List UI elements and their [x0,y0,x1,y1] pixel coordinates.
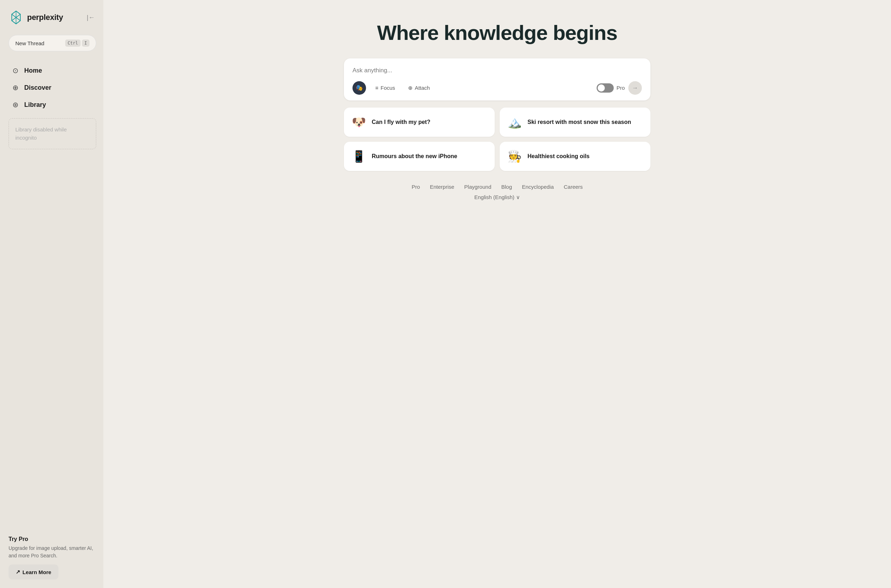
attach-button[interactable]: ⊕ Attach [404,82,434,93]
search-toolbar: 🎭 ≡ Focus ⊕ Attach Pro [353,81,642,95]
pro-toggle-label: Pro [617,85,625,91]
learn-more-arrow-icon: ↗ [16,569,20,575]
logo-text: perplexity [27,13,63,22]
logo-icon [9,10,24,25]
submit-arrow-icon: → [632,84,638,92]
sidebar-item-discover[interactable]: ⊕ Discover [9,80,96,96]
footer-link-encyclopedia[interactable]: Encyclopedia [522,184,554,190]
footer-link-blog[interactable]: Blog [501,184,512,190]
new-thread-button[interactable]: New Thread Ctrl I [9,35,96,51]
sidebar-item-home-label: Home [24,67,42,74]
new-thread-shortcut: Ctrl I [65,39,89,46]
new-thread-label: New Thread [15,40,44,46]
suggestion-card-ski[interactable]: 🏔️ Ski resort with most snow this season [500,108,651,137]
discover-icon: ⊕ [11,83,19,92]
ski-card-text: Ski resort with most snow this season [527,118,631,126]
suggestion-card-iphone[interactable]: 📱 Rumours about the new iPhone [344,142,495,171]
focus-button[interactable]: ≡ Focus [372,82,399,93]
sidebar-item-home[interactable]: ⊙ Home [9,63,96,78]
sidebar-item-library-label: Library [24,101,46,109]
pet-emoji: 🐶 [352,116,366,129]
language-selector[interactable]: English (English) ∨ [474,194,520,201]
attach-label: Attach [415,85,430,91]
oils-card-text: Healthiest cooking oils [527,152,589,160]
shortcut-ctrl: Ctrl [65,39,81,46]
library-icon: ⊛ [11,100,19,109]
attach-icon: ⊕ [408,85,413,91]
footer-link-careers[interactable]: Careers [564,184,583,190]
sidebar-item-library[interactable]: ⊛ Library [9,97,96,112]
main-content: Where knowledge begins 🎭 ≡ Focus ⊕ Attac… [104,0,891,588]
sidebar-item-discover-label: Discover [24,84,51,92]
search-input[interactable] [353,67,642,74]
collapse-button[interactable]: |← [85,12,96,23]
footer-link-playground[interactable]: Playground [464,184,491,190]
learn-more-label: Learn More [23,569,51,575]
toggle-knob [598,84,605,92]
shortcut-i: I [82,39,89,46]
footer-link-enterprise[interactable]: Enterprise [430,184,454,190]
try-pro-title: Try Pro [9,536,96,542]
search-toolbar-left: 🎭 ≡ Focus ⊕ Attach [353,81,433,95]
sidebar: perplexity |← New Thread Ctrl I ⊙ Home ⊕… [0,0,104,588]
suggestions-grid: 🐶 Can I fly with my pet? 🏔️ Ski resort w… [344,108,651,171]
ski-emoji: 🏔️ [508,116,522,129]
library-disabled-box: Library disabled while incognito [9,118,96,149]
focus-label: Focus [381,85,395,91]
chevron-down-icon: ∨ [516,194,520,201]
iphone-emoji: 📱 [352,150,366,163]
search-box: 🎭 ≡ Focus ⊕ Attach Pro [344,58,651,100]
page-headline: Where knowledge begins [377,21,617,44]
oils-emoji: 🧑‍🍳 [508,150,522,163]
logo-area: perplexity [9,10,63,25]
try-pro-description: Upgrade for image upload, smarter AI, an… [9,544,96,560]
focus-icon: ≡ [375,85,379,91]
footer-links: Pro Enterprise Playground Blog Encyclope… [412,184,583,190]
avatar-button[interactable]: 🎭 [353,81,366,95]
submit-button[interactable]: → [628,81,642,95]
library-disabled-text: Library disabled while incognito [15,126,67,141]
learn-more-button[interactable]: ↗ Learn More [9,564,59,579]
try-pro-section: Try Pro Upgrade for image upload, smarte… [9,536,96,579]
pro-toggle-switch[interactable] [597,83,614,93]
suggestion-card-pet[interactable]: 🐶 Can I fly with my pet? [344,108,495,137]
sidebar-header: perplexity |← [9,10,96,25]
footer-link-pro[interactable]: Pro [412,184,420,190]
search-toolbar-right: Pro → [597,81,642,95]
language-label: English (English) [474,194,515,200]
pro-toggle: Pro [597,83,625,93]
pet-card-text: Can I fly with my pet? [372,118,430,126]
avatar-icon: 🎭 [356,84,363,91]
suggestion-card-oils[interactable]: 🧑‍🍳 Healthiest cooking oils [500,142,651,171]
home-icon: ⊙ [11,66,19,75]
iphone-card-text: Rumours about the new iPhone [372,152,457,160]
